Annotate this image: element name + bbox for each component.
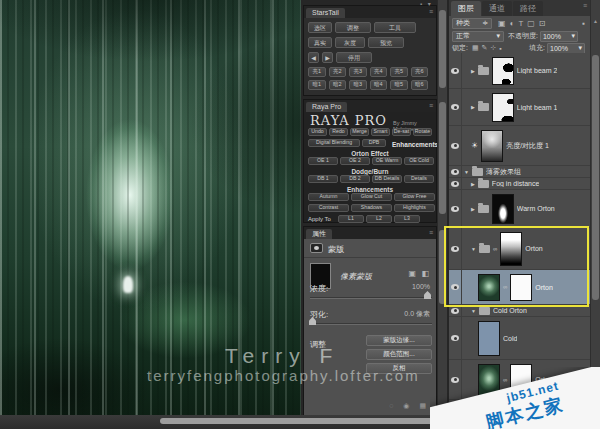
layer-row[interactable]: ∞Orton xyxy=(449,270,591,305)
visibility-toggle[interactable] xyxy=(449,270,462,304)
luminosity-darks-button[interactable]: 暗6 xyxy=(411,80,429,90)
luminosity-darks-button[interactable]: 暗2 xyxy=(329,80,347,90)
panels-scrollbar[interactable] xyxy=(437,0,447,415)
tab-rayapro[interactable]: Raya Pro xyxy=(306,102,347,112)
lock-transparency-icon[interactable]: ▦ xyxy=(472,44,479,52)
rayapro-nav-button[interactable]: Merge xyxy=(350,128,369,136)
density-value[interactable]: 100% xyxy=(412,283,430,290)
expand-arrow-icon[interactable]: ▼ xyxy=(471,308,476,314)
filter-shape-icon[interactable]: ▢ xyxy=(527,19,535,28)
mask-edge-button[interactable]: 蒙版边缘... xyxy=(366,335,432,346)
expand-arrow-icon[interactable]: ▼ xyxy=(471,246,476,252)
luminosity-darks-button[interactable]: 暗4 xyxy=(370,80,388,90)
tab-starstail[interactable]: StarsTail xyxy=(306,8,345,18)
add-vector-mask-icon[interactable]: ◧ xyxy=(421,269,429,278)
layer-group-row[interactable]: ▼∞Orton xyxy=(449,228,591,270)
enhancement-button[interactable]: Glow Free xyxy=(394,193,435,201)
panel-menu-icon[interactable]: ≡ xyxy=(429,229,433,236)
starstail-button[interactable]: 工具 xyxy=(374,22,416,33)
filter-adjustment-icon[interactable]: ◐ xyxy=(510,19,515,28)
group-mask-thumbnail[interactable] xyxy=(481,130,503,162)
group-mask-thumbnail[interactable] xyxy=(492,93,514,122)
layer-thumbnail[interactable] xyxy=(478,321,500,356)
layer-group-row[interactable]: ▼Cold Orton xyxy=(449,305,591,317)
luminosity-darks-button[interactable]: 暗5 xyxy=(390,80,408,90)
enhancement-button[interactable]: Highlights xyxy=(394,204,435,212)
blend-mode-dropdown[interactable]: 正常 ▾ xyxy=(452,31,504,42)
luminosity-darks-button[interactable]: 暗3 xyxy=(349,80,367,90)
feather-value[interactable]: 0.0 像素 xyxy=(404,309,430,319)
rayapro-active-mode[interactable]: Enhancements xyxy=(392,141,438,148)
layer-thumbnail[interactable] xyxy=(478,274,500,301)
color-range-button[interactable]: 颜色范围... xyxy=(366,349,432,360)
enhancement-button[interactable]: Autumn xyxy=(308,193,349,201)
starstail-button[interactable]: ▶ xyxy=(322,52,333,63)
starstail-button[interactable]: ◀ xyxy=(308,52,319,63)
expand-arrow-icon[interactable]: ▶ xyxy=(471,206,475,212)
mask-action-icons[interactable]: ◌ ◉ ▦ xyxy=(389,402,430,410)
scrollbar-thumb[interactable] xyxy=(439,102,446,214)
opacity-field[interactable]: 100% ▾ xyxy=(540,31,578,42)
starstail-button[interactable]: 调整 xyxy=(335,22,371,33)
orton-effect-button[interactable]: OE 2 xyxy=(340,157,370,165)
filter-image-icon[interactable]: ▣ xyxy=(498,19,506,28)
starstail-button[interactable]: 选区 xyxy=(308,22,332,33)
luminosity-brights-button[interactable]: 亮6 xyxy=(411,67,429,77)
luminosity-brights-button[interactable]: 亮3 xyxy=(349,67,367,77)
expand-arrow-icon[interactable]: ▶ xyxy=(471,104,475,110)
rayapro-mode-button[interactable]: DPB xyxy=(362,139,386,147)
lock-position-icon[interactable]: ⊹ xyxy=(490,44,496,52)
rayapro-nav-button[interactable]: De-sat xyxy=(392,128,411,136)
add-pixel-mask-icon[interactable]: ▣ xyxy=(408,269,416,278)
luminosity-brights-button[interactable]: 亮2 xyxy=(329,67,347,77)
layers-scrollbar[interactable]: ▲ ▼ xyxy=(590,0,600,429)
visibility-toggle[interactable] xyxy=(449,305,462,316)
dodge-burn-button[interactable]: DB 1 xyxy=(308,175,338,183)
enhancement-button[interactable]: Contrast xyxy=(308,204,349,212)
panel-menu-icon[interactable]: ≡ xyxy=(583,2,587,9)
apply-to-button[interactable]: L2 xyxy=(366,215,392,223)
visibility-toggle[interactable] xyxy=(449,228,462,269)
scroll-up-icon[interactable]: ▲ xyxy=(593,18,598,24)
starstail-button[interactable]: 真实 xyxy=(308,37,332,48)
rayapro-nav-button[interactable]: Smart xyxy=(371,128,390,136)
apply-to-button[interactable]: L1 xyxy=(338,215,364,223)
layer-group-row[interactable]: ▶Fog in distance xyxy=(449,178,591,190)
apply-to-button[interactable]: L3 xyxy=(394,215,420,223)
starstail-button[interactable]: 灰度 xyxy=(335,37,365,48)
dodge-burn-button[interactable]: DB Details xyxy=(372,175,402,183)
orton-effect-button[interactable]: OE Warm xyxy=(372,157,402,165)
layer-group-row[interactable]: ▶Light beam 2 xyxy=(449,53,591,89)
dodge-burn-button[interactable]: Details xyxy=(404,175,434,183)
density-slider[interactable] xyxy=(310,297,432,299)
panel-menu-icon[interactable]: ≡ xyxy=(429,8,433,15)
scrollbar-thumb[interactable] xyxy=(439,10,446,88)
lock-pixels-icon[interactable]: ✎ xyxy=(482,44,488,52)
visibility-toggle[interactable] xyxy=(449,126,462,165)
luminosity-brights-button[interactable]: 亮1 xyxy=(308,67,326,77)
luminosity-darks-button[interactable]: 暗1 xyxy=(308,80,326,90)
rayapro-mode-button[interactable]: Digital Blending xyxy=(308,139,360,147)
feather-slider[interactable] xyxy=(310,323,432,325)
starstail-button[interactable]: 预览 xyxy=(368,37,404,48)
layer-mask-thumbnail[interactable] xyxy=(510,274,532,301)
orton-effect-button[interactable]: OE Cold xyxy=(404,157,434,165)
layer-filter-dropdown[interactable]: 种类 ≑ xyxy=(452,18,492,29)
tab-路径[interactable]: 路径 xyxy=(513,1,543,16)
scrollbar-thumb[interactable] xyxy=(592,55,599,300)
visibility-toggle[interactable] xyxy=(449,89,462,125)
layer-group-row[interactable]: ▶Warm Orton xyxy=(449,190,591,228)
starstail-button[interactable]: 停用 xyxy=(336,52,372,63)
group-mask-thumbnail[interactable] xyxy=(500,232,522,266)
density-slider-knob[interactable] xyxy=(424,291,431,299)
layer-group-row[interactable]: ▶Light beam 1 xyxy=(449,89,591,126)
tab-properties[interactable]: 属性 xyxy=(306,229,332,239)
visibility-toggle[interactable] xyxy=(449,190,462,227)
group-mask-thumbnail[interactable] xyxy=(492,57,514,85)
fill-field[interactable]: 100% ▾ xyxy=(547,43,585,54)
layer-group-row[interactable]: ▼薄雾效果组 xyxy=(449,166,591,178)
filter-toggle-icon[interactable]: ▪ xyxy=(582,19,585,28)
orton-effect-button[interactable]: OE 1 xyxy=(308,157,338,165)
layer-row[interactable]: Cold xyxy=(449,317,591,360)
expand-arrow-icon[interactable]: ▶ xyxy=(471,68,475,74)
